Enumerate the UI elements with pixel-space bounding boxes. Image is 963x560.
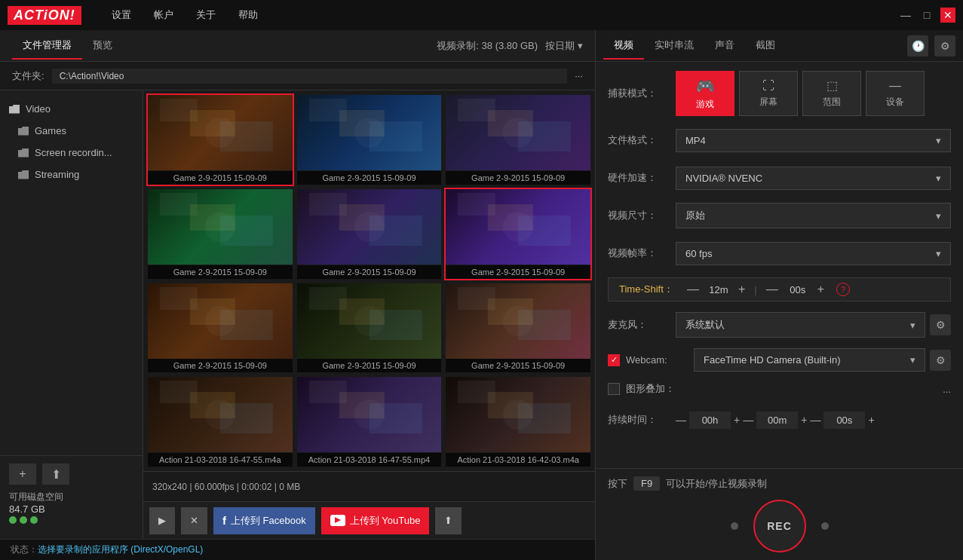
file-format-dropdown[interactable]: MP4 ▾ [676,129,951,152]
chevron-down-icon: ▾ [936,210,941,222]
svg-point-15 [205,212,235,242]
path-options[interactable]: ··· [575,70,583,81]
path-value: C:\Action!\Video [52,69,568,84]
sidebar-item-screen[interactable]: Screen recordin... [0,142,143,164]
timeshift-plus2-button[interactable]: + [817,283,824,296]
thumbnail-label: Game 2-9-2015 15-09-09 [446,359,590,372]
capture-device-button[interactable]: — 设备 [866,71,925,116]
capture-area-button[interactable]: ⬚ 范围 [802,71,861,116]
sidebar-item-games[interactable]: Games [0,120,143,142]
left-tab-bar: 文件管理器 预览 视频录制: 38 (3.80 GB) 按日期 ▾ [0,30,595,62]
thumbnail-item-9[interactable]: Action 21-03-2018 16-47-55.m4a [146,375,294,468]
thumbnail-label: Game 2-9-2015 15-09-09 [148,359,293,372]
thumbnail-item-10[interactable]: Action 21-03-2018 16-47-55.mp4 [296,375,443,468]
svg-point-31 [354,306,384,336]
webcam-checkbox[interactable]: ✓ [608,354,620,366]
thumbnail-item-8[interactable]: Game 2-9-2015 15-09-09 [444,282,592,375]
chevron-down-icon: ▾ [910,354,915,366]
webcam-dropdown[interactable]: FaceTime HD Camera (Built-in) ▾ [694,348,925,372]
upload-youtube-button[interactable]: 上传到 YouTube [321,507,430,534]
menu-settings[interactable]: 设置 [112,8,131,22]
overlay-options[interactable]: ... [943,384,951,395]
upload-other-button[interactable]: ⬆ [435,507,462,534]
upload-facebook-button[interactable]: f 上传到 Facebook [213,507,315,534]
tab-screenshot[interactable]: 截图 [745,32,786,60]
thumbnail-svg [148,377,293,452]
history-icon[interactable]: 🕐 [907,35,928,57]
rec-row: REC [731,500,829,552]
capture-screen-button[interactable]: ⛶ 屏幕 [739,71,798,116]
duration-sec-plus-button[interactable]: + [868,414,874,426]
mic-dropdown[interactable]: 系统默认 ▾ [676,312,925,338]
video-size-dropdown[interactable]: 原始 ▾ [676,203,951,228]
menu-account[interactable]: 帐户 [154,8,173,22]
bottom-bar: 320x240 | 60.000fps | 0:00:02 | 0 MB [143,471,595,501]
thumbnail-item-3[interactable]: Game 2-9-2015 15-09-09 [146,188,294,280]
svg-point-3 [205,118,235,148]
sidebar-add-buttons: + ⬆ [9,464,133,485]
thumbnail-item-6[interactable]: Game 2-9-2015 15-09-09 [146,282,294,375]
thumbnail-label: Action 21-03-2018 16-42-03.m4a [446,453,590,467]
tab-live-stream[interactable]: 实时串流 [644,32,704,60]
tab-preview[interactable]: 预览 [82,32,123,60]
disk-dot-3 [30,516,38,524]
add-folder-button[interactable]: + [9,464,36,485]
duration-min-minus-button[interactable]: — [743,414,753,426]
settings-gear-icon[interactable]: ⚙ [934,35,955,57]
tab-file-manager[interactable]: 文件管理器 [12,32,82,60]
play-button[interactable]: ▶ [149,507,175,534]
thumbnail-item-2[interactable]: Game 2-9-2015 15-09-09 [444,93,592,186]
thumbnail-item-1[interactable]: Game 2-9-2015 15-09-09 [296,93,443,186]
disk-dot-2 [20,516,27,524]
duration-min-plus-button[interactable]: + [801,414,807,426]
status-text: 选择要录制的应用程序 (DirectX/OpenGL) [38,543,203,556]
thumbnail-label: Game 2-9-2015 15-09-09 [148,171,293,185]
timeshift-row: Time-Shift： — 12m + | — 00s + ? [608,277,951,301]
svg-point-19 [354,212,384,242]
maximize-button[interactable]: □ [919,8,934,23]
thumbnail-item-11[interactable]: Action 21-03-2018 16-42-03.m4a [444,375,592,468]
mic-settings-gear-icon[interactable]: ⚙ [930,314,951,335]
svg-point-23 [503,212,533,242]
video-fps-dropdown[interactable]: 60 fps ▾ [676,242,951,265]
sidebar-item-video[interactable]: Video [0,98,143,120]
upload-yt-label: 上传到 YouTube [350,514,421,528]
thumbnail-item-0[interactable]: Game 2-9-2015 15-09-09 [146,93,294,186]
timeshift-help-button[interactable]: ? [836,283,850,296]
sidebar-item-streaming[interactable]: Streaming [0,164,143,185]
file-format-row: 文件格式： MP4 ▾ [608,127,951,154]
rec-button[interactable]: REC [753,500,806,552]
timeshift-minus1-button[interactable]: — [687,283,699,296]
tab-video[interactable]: 视频 [603,32,644,60]
folder-icon [18,127,29,136]
timeshift-plus1-button[interactable]: + [738,283,745,296]
duration-hours-value: 00h [689,412,731,429]
thumbnail-item-5[interactable]: Game 2-9-2015 15-09-09 [444,188,592,280]
duration-hour-plus-button[interactable]: + [734,414,740,426]
capture-game-button[interactable]: 🎮 游戏 [676,71,735,116]
webcam-settings-gear-icon[interactable]: ⚙ [930,350,951,371]
thumbnail-item-4[interactable]: Game 2-9-2015 15-09-09 [296,188,443,280]
thumbnail-item-7[interactable]: Game 2-9-2015 15-09-09 [296,282,443,375]
yt-play-icon [335,517,341,523]
folder-icon [18,170,29,179]
close-button[interactable]: ✕ [940,8,955,23]
menu-about[interactable]: 关于 [196,8,216,22]
duration-hour-minus-button[interactable]: — [676,414,686,426]
chevron-down-icon: ▾ [910,320,915,331]
video-size-value: 原始 [685,209,705,222]
content-area: Video Games Screen recordin... Streaming [0,90,595,539]
svg-point-43 [354,399,384,430]
menu-help[interactable]: 帮助 [238,8,258,22]
thumbnail-svg [446,189,590,265]
stop-button[interactable]: ✕ [181,507,207,534]
overlay-row: 图形叠加： ... [608,382,951,396]
hardware-accel-dropdown[interactable]: NVIDIA® NVENC ▾ [676,167,951,190]
minimize-button[interactable]: — [898,8,913,23]
duration-sec-minus-button[interactable]: — [810,414,820,426]
upload-button[interactable]: ⬆ [42,464,69,485]
timeshift-minus2-button[interactable]: — [766,283,778,296]
tab-audio[interactable]: 声音 [704,32,745,60]
sort-button[interactable]: 按日期 ▾ [545,39,583,53]
overlay-checkbox[interactable] [608,383,620,395]
